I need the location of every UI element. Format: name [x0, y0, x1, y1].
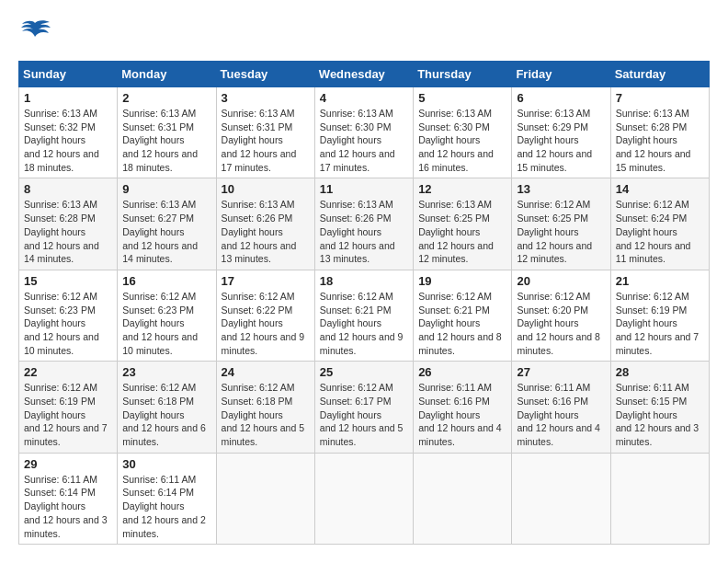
- day-number: 6: [517, 91, 605, 105]
- day-detail: Sunrise: 6:11 AMSunset: 6:14 PMDaylight …: [122, 473, 210, 540]
- day-detail: Sunrise: 6:13 AMSunset: 6:28 PMDaylight …: [616, 107, 704, 174]
- calendar-cell: 7Sunrise: 6:13 AMSunset: 6:28 PMDaylight…: [610, 87, 709, 178]
- day-detail: Sunrise: 6:12 AMSunset: 6:22 PMDaylight …: [222, 290, 310, 357]
- calendar-cell: [512, 453, 610, 544]
- day-number: 15: [24, 274, 112, 288]
- day-detail: Sunrise: 6:13 AMSunset: 6:31 PMDaylight …: [222, 107, 310, 174]
- day-number: 29: [24, 457, 112, 471]
- day-detail: Sunrise: 6:11 AMSunset: 6:15 PMDaylight …: [616, 381, 704, 448]
- calendar-cell: 3Sunrise: 6:13 AMSunset: 6:31 PMDaylight…: [216, 87, 314, 178]
- day-detail: Sunrise: 6:13 AMSunset: 6:26 PMDaylight …: [222, 198, 310, 265]
- day-detail: Sunrise: 6:13 AMSunset: 6:30 PMDaylight …: [320, 107, 408, 174]
- day-number: 18: [320, 274, 408, 288]
- day-detail: Sunrise: 6:13 AMSunset: 6:31 PMDaylight …: [122, 107, 210, 174]
- column-header-tuesday: Tuesday: [216, 62, 314, 87]
- day-number: 2: [122, 91, 210, 105]
- day-number: 5: [418, 91, 506, 105]
- calendar-cell: 12Sunrise: 6:13 AMSunset: 6:25 PMDayligh…: [414, 178, 512, 270]
- calendar-cell: 23Sunrise: 6:12 AMSunset: 6:18 PMDayligh…: [118, 362, 216, 453]
- calendar-cell: [216, 453, 314, 544]
- day-detail: Sunrise: 6:13 AMSunset: 6:32 PMDaylight …: [24, 107, 112, 174]
- day-number: 24: [222, 365, 310, 379]
- day-detail: Sunrise: 6:12 AMSunset: 6:20 PMDaylight …: [517, 290, 605, 357]
- calendar-cell: 13Sunrise: 6:12 AMSunset: 6:25 PMDayligh…: [512, 178, 610, 270]
- day-detail: Sunrise: 6:13 AMSunset: 6:28 PMDaylight …: [24, 198, 112, 265]
- day-number: 1: [24, 91, 112, 105]
- calendar-cell: 14Sunrise: 6:12 AMSunset: 6:24 PMDayligh…: [610, 178, 709, 270]
- day-detail: Sunrise: 6:12 AMSunset: 6:19 PMDaylight …: [616, 290, 704, 357]
- day-number: 26: [418, 365, 506, 379]
- day-detail: Sunrise: 6:12 AMSunset: 6:23 PMDaylight …: [122, 290, 210, 357]
- day-number: 19: [418, 274, 506, 288]
- day-number: 25: [320, 365, 408, 379]
- day-number: 13: [517, 182, 605, 196]
- calendar-cell: 20Sunrise: 6:12 AMSunset: 6:20 PMDayligh…: [512, 270, 610, 361]
- day-detail: Sunrise: 6:12 AMSunset: 6:21 PMDaylight …: [320, 290, 408, 357]
- day-number: 21: [616, 274, 704, 288]
- day-detail: Sunrise: 6:13 AMSunset: 6:25 PMDaylight …: [418, 198, 506, 265]
- calendar-cell: 17Sunrise: 6:12 AMSunset: 6:22 PMDayligh…: [216, 270, 314, 361]
- day-detail: Sunrise: 6:11 AMSunset: 6:16 PMDaylight …: [517, 381, 605, 448]
- day-number: 12: [418, 182, 506, 196]
- calendar-cell: 19Sunrise: 6:12 AMSunset: 6:21 PMDayligh…: [414, 270, 512, 361]
- calendar-cell: 22Sunrise: 6:12 AMSunset: 6:19 PMDayligh…: [19, 362, 118, 453]
- calendar-cell: 30Sunrise: 6:11 AMSunset: 6:14 PMDayligh…: [118, 453, 216, 544]
- day-detail: Sunrise: 6:11 AMSunset: 6:14 PMDaylight …: [24, 473, 112, 540]
- week-row-2: 8Sunrise: 6:13 AMSunset: 6:28 PMDaylight…: [19, 178, 710, 270]
- calendar-cell: [610, 453, 709, 544]
- calendar-cell: 26Sunrise: 6:11 AMSunset: 6:16 PMDayligh…: [414, 362, 512, 453]
- page-header: [18, 18, 710, 46]
- calendar-cell: 2Sunrise: 6:13 AMSunset: 6:31 PMDaylight…: [118, 87, 216, 178]
- calendar-cell: 10Sunrise: 6:13 AMSunset: 6:26 PMDayligh…: [216, 178, 314, 270]
- day-number: 4: [320, 91, 408, 105]
- calendar-cell: 4Sunrise: 6:13 AMSunset: 6:30 PMDaylight…: [314, 87, 413, 178]
- day-detail: Sunrise: 6:12 AMSunset: 6:17 PMDaylight …: [320, 381, 408, 448]
- day-number: 28: [616, 365, 704, 379]
- day-number: 7: [616, 91, 704, 105]
- calendar-cell: 1Sunrise: 6:13 AMSunset: 6:32 PMDaylight…: [19, 87, 118, 178]
- logo: [18, 18, 55, 46]
- calendar-cell: 5Sunrise: 6:13 AMSunset: 6:30 PMDaylight…: [414, 87, 512, 178]
- calendar-cell: 11Sunrise: 6:13 AMSunset: 6:26 PMDayligh…: [314, 178, 413, 270]
- logo-icon: [18, 18, 51, 46]
- day-detail: Sunrise: 6:12 AMSunset: 6:23 PMDaylight …: [24, 290, 112, 357]
- day-number: 3: [222, 91, 310, 105]
- day-number: 27: [517, 365, 605, 379]
- calendar-cell: 21Sunrise: 6:12 AMSunset: 6:19 PMDayligh…: [610, 270, 709, 361]
- calendar-cell: 24Sunrise: 6:12 AMSunset: 6:18 PMDayligh…: [216, 362, 314, 453]
- calendar-table: SundayMondayTuesdayWednesdayThursdayFrid…: [18, 61, 710, 545]
- column-header-saturday: Saturday: [610, 62, 709, 87]
- day-detail: Sunrise: 6:12 AMSunset: 6:19 PMDaylight …: [24, 381, 112, 448]
- day-detail: Sunrise: 6:11 AMSunset: 6:16 PMDaylight …: [418, 381, 506, 448]
- day-number: 23: [122, 365, 210, 379]
- column-header-monday: Monday: [118, 62, 216, 87]
- column-header-sunday: Sunday: [19, 62, 118, 87]
- day-number: 16: [122, 274, 210, 288]
- day-detail: Sunrise: 6:12 AMSunset: 6:24 PMDaylight …: [616, 198, 704, 265]
- calendar-cell: 6Sunrise: 6:13 AMSunset: 6:29 PMDaylight…: [512, 87, 610, 178]
- day-detail: Sunrise: 6:12 AMSunset: 6:18 PMDaylight …: [222, 381, 310, 448]
- day-number: 11: [320, 182, 408, 196]
- day-number: 9: [122, 182, 210, 196]
- calendar-header-row: SundayMondayTuesdayWednesdayThursdayFrid…: [19, 62, 710, 87]
- day-detail: Sunrise: 6:13 AMSunset: 6:27 PMDaylight …: [122, 198, 210, 265]
- calendar-cell: 15Sunrise: 6:12 AMSunset: 6:23 PMDayligh…: [19, 270, 118, 361]
- day-detail: Sunrise: 6:12 AMSunset: 6:21 PMDaylight …: [418, 290, 506, 357]
- week-row-5: 29Sunrise: 6:11 AMSunset: 6:14 PMDayligh…: [19, 453, 710, 544]
- column-header-friday: Friday: [512, 62, 610, 87]
- day-number: 22: [24, 365, 112, 379]
- week-row-1: 1Sunrise: 6:13 AMSunset: 6:32 PMDaylight…: [19, 87, 710, 178]
- day-detail: Sunrise: 6:13 AMSunset: 6:26 PMDaylight …: [320, 198, 408, 265]
- day-number: 20: [517, 274, 605, 288]
- calendar-cell: 27Sunrise: 6:11 AMSunset: 6:16 PMDayligh…: [512, 362, 610, 453]
- day-detail: Sunrise: 6:12 AMSunset: 6:18 PMDaylight …: [122, 381, 210, 448]
- calendar-cell: 25Sunrise: 6:12 AMSunset: 6:17 PMDayligh…: [314, 362, 413, 453]
- calendar-cell: 8Sunrise: 6:13 AMSunset: 6:28 PMDaylight…: [19, 178, 118, 270]
- day-detail: Sunrise: 6:12 AMSunset: 6:25 PMDaylight …: [517, 198, 605, 265]
- calendar-cell: 28Sunrise: 6:11 AMSunset: 6:15 PMDayligh…: [610, 362, 709, 453]
- day-detail: Sunrise: 6:13 AMSunset: 6:30 PMDaylight …: [418, 107, 506, 174]
- day-number: 30: [122, 457, 210, 471]
- week-row-3: 15Sunrise: 6:12 AMSunset: 6:23 PMDayligh…: [19, 270, 710, 361]
- week-row-4: 22Sunrise: 6:12 AMSunset: 6:19 PMDayligh…: [19, 362, 710, 453]
- calendar-cell: [314, 453, 413, 544]
